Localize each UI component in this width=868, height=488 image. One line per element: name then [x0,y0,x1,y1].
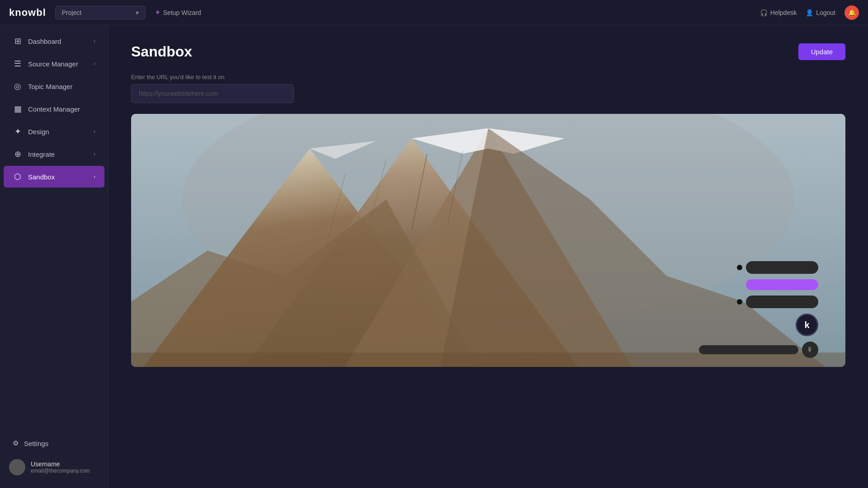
user-email: email@thecompany.com [31,468,90,474]
chevron-right-icon: › [94,128,95,135]
sidebar-item-label: Dashboard [28,38,61,45]
notification-button[interactable]: 🔔 [844,5,859,20]
sidebar-item-source-manager[interactable]: ☰ Source Manager › [4,53,104,75]
chat-k-logo-button[interactable]: k [796,314,818,336]
setup-wizard-link[interactable]: ✦ Setup Wizard [155,8,201,17]
sidebar-item-settings[interactable]: ⚙ Settings [4,433,104,453]
helpdesk-icon: 🎧 [760,9,768,16]
sidebar-item-label: Topic Manager [28,83,72,90]
topbar-left: knowbl Project ▾ ✦ Setup Wizard [9,6,201,19]
sidebar-item-sandbox[interactable]: ⬡ Sandbox › [4,166,104,188]
setup-wizard-label: Setup Wizard [163,9,201,16]
dashboard-icon: ⊞ [13,36,23,46]
sidebar-item-label: Design [28,128,49,136]
user-profile[interactable]: Username email@thecompany.com [0,454,108,481]
avatar [9,459,25,475]
chat-bubble-2 [746,296,818,308]
page-title: Sandbox [131,43,192,60]
sidebar-item-label: Integrate [28,150,55,158]
context-manager-icon: ▦ [13,104,23,114]
project-selector[interactable]: Project ▾ [55,6,146,19]
chevron-right-icon: › [94,151,95,157]
sidebar: ⊞ Dashboard › ☰ Source Manager › ◎ Topic… [0,25,108,488]
sidebar-item-label: Source Manager [28,60,78,68]
mic-button[interactable]: 🎙 [802,342,818,358]
topbar: knowbl Project ▾ ✦ Setup Wizard 🎧 Helpde… [0,0,868,25]
topbar-right: 🎧 Helpdesk 👤 Logout 🔔 [760,5,859,20]
logout-icon: 👤 [806,9,813,16]
main-layout: ⊞ Dashboard › ☰ Source Manager › ◎ Topic… [0,25,868,488]
sidebar-item-context-manager[interactable]: ▦ Context Manager [4,98,104,120]
preview-container: k 🎙 [131,114,845,367]
sidebar-item-integrate[interactable]: ⊕ Integrate › [4,143,104,165]
chat-bubble-1 [746,261,818,274]
update-button[interactable]: Update [798,43,845,60]
design-icon: ✦ [13,127,23,136]
sidebar-item-design[interactable]: ✦ Design › [4,121,104,142]
chevron-right-icon: › [94,174,95,180]
logout-label: Logout [816,9,835,16]
chevron-right-icon: › [94,38,95,44]
settings-label: Settings [24,440,48,447]
sidebar-item-label: Sandbox [28,173,55,181]
sidebar-bottom: ⚙ Settings Username email@thecompany.com [0,433,108,488]
setup-wizard-icon: ✦ [155,8,160,17]
notification-icon: 🔔 [844,5,859,20]
chat-widget-overlay: k 🎙 [699,261,818,358]
url-input[interactable] [131,84,294,103]
user-info: Username email@thecompany.com [31,460,90,474]
sidebar-item-dashboard[interactable]: ⊞ Dashboard › [4,30,104,52]
source-manager-icon: ☰ [13,59,23,69]
chevron-down-icon: ▾ [136,9,139,16]
logout-button[interactable]: 👤 Logout [806,9,835,16]
settings-icon: ⚙ [13,439,19,447]
chat-input-bar[interactable] [699,345,798,354]
chat-action-button[interactable] [746,279,818,290]
user-name: Username [31,460,90,468]
main-content: Sandbox Update Enter the URL you'd like … [108,25,868,488]
sandbox-icon: ⬡ [13,172,23,182]
integrate-icon: ⊕ [13,149,23,159]
chat-input-row: 🎙 [699,342,818,358]
url-label: Enter the URL you'd like to test it on [131,74,845,80]
project-label: Project [62,9,82,16]
helpdesk-label: Helpdesk [770,9,797,16]
chevron-right-icon: › [94,61,95,67]
sidebar-item-label: Context Manager [28,105,80,113]
app-logo: knowbl [9,7,46,19]
topic-manager-icon: ◎ [13,81,23,91]
sidebar-item-topic-manager[interactable]: ◎ Topic Manager [4,75,104,97]
helpdesk-button[interactable]: 🎧 Helpdesk [760,9,797,16]
page-header: Sandbox Update [131,43,845,60]
